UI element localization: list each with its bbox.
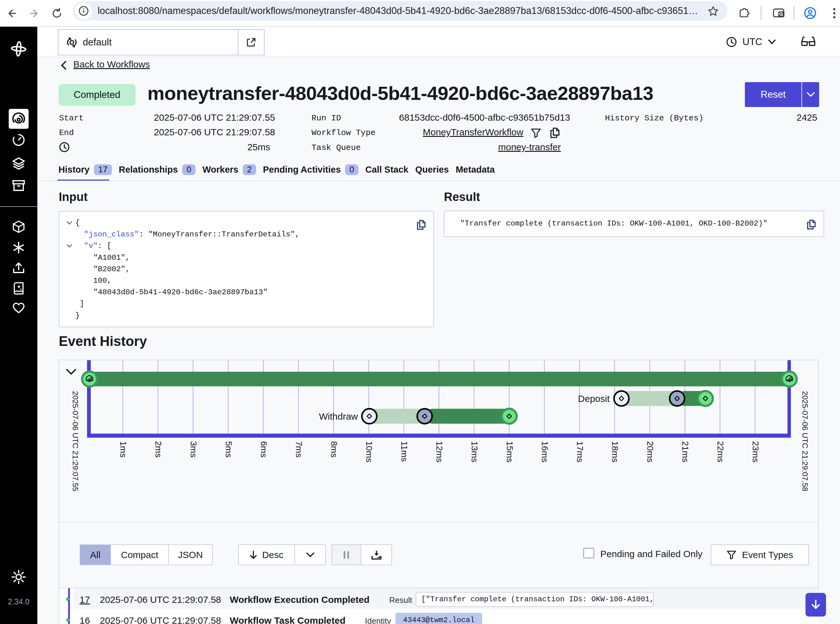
- svg-text:2025-07-06 UTC 21:29:07.58: 2025-07-06 UTC 21:29:07.58: [801, 391, 809, 491]
- svg-text:5ms: 5ms: [224, 441, 233, 457]
- svg-text:17ms: 17ms: [575, 441, 585, 462]
- svg-text:Deposit: Deposit: [578, 394, 610, 404]
- svg-text:Withdraw: Withdraw: [319, 411, 358, 422]
- svg-text:23ms: 23ms: [751, 441, 760, 462]
- svg-text:20ms: 20ms: [646, 441, 655, 462]
- svg-text:21ms: 21ms: [681, 441, 690, 462]
- svg-text:16ms: 16ms: [540, 441, 550, 462]
- svg-text:3ms: 3ms: [189, 441, 198, 457]
- svg-text:13ms: 13ms: [470, 441, 479, 462]
- svg-text:6ms: 6ms: [259, 441, 268, 457]
- svg-text:22ms: 22ms: [716, 441, 725, 462]
- svg-text:12ms: 12ms: [435, 441, 444, 462]
- svg-text:7ms: 7ms: [294, 441, 304, 457]
- svg-text:10ms: 10ms: [364, 441, 374, 462]
- svg-text:2025-07-06 UTC 21:29:07.55: 2025-07-06 UTC 21:29:07.55: [71, 391, 80, 491]
- svg-text:18ms: 18ms: [610, 441, 620, 462]
- svg-text:1ms: 1ms: [119, 441, 128, 457]
- svg-text:11ms: 11ms: [399, 441, 409, 462]
- svg-text:8ms: 8ms: [329, 441, 339, 457]
- svg-text:2ms: 2ms: [154, 441, 163, 457]
- svg-text:15ms: 15ms: [505, 441, 515, 462]
